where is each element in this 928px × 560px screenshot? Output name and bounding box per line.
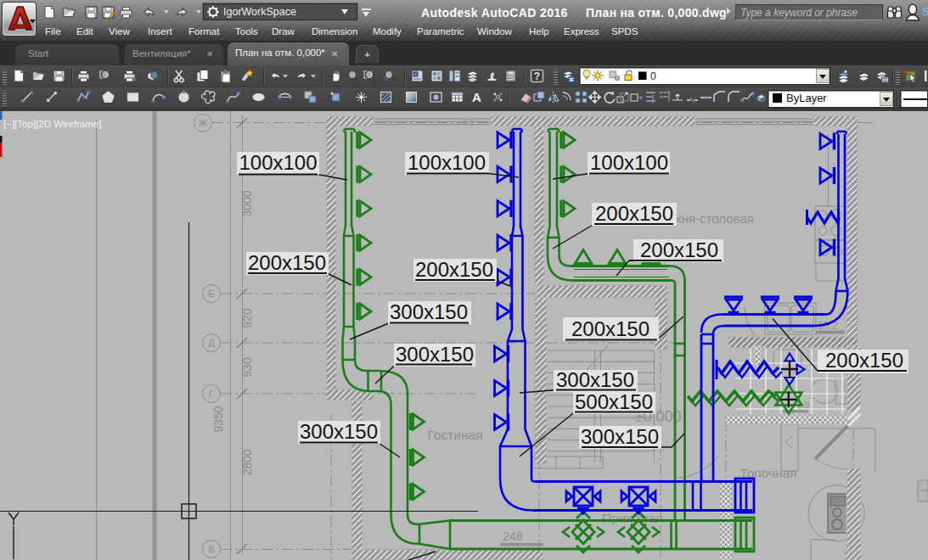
svg-text:В: В bbox=[208, 544, 214, 554]
svg-text:Е: Е bbox=[208, 288, 214, 299]
svg-text:930: 930 bbox=[240, 357, 254, 378]
svg-text:100x100: 100x100 bbox=[239, 151, 317, 174]
svg-text:248: 248 bbox=[503, 529, 523, 543]
svg-text:200x150: 200x150 bbox=[640, 238, 718, 261]
svg-text:300x150: 300x150 bbox=[396, 343, 474, 366]
svg-text:300x150: 300x150 bbox=[581, 425, 659, 448]
svg-text:Г: Г bbox=[209, 389, 214, 399]
svg-text:2800: 2800 bbox=[240, 449, 254, 475]
svg-text:100x100: 100x100 bbox=[408, 151, 486, 174]
svg-text:200x150: 200x150 bbox=[415, 258, 493, 281]
svg-text:300x150: 300x150 bbox=[300, 420, 378, 443]
svg-text:200x150: 200x150 bbox=[825, 349, 903, 372]
svg-text:Д: Д bbox=[208, 338, 215, 348]
svg-text:100x100: 100x100 bbox=[590, 151, 668, 174]
svg-text:A: A bbox=[472, 90, 481, 104]
svg-text:Гостиная: Гостиная bbox=[427, 428, 482, 442]
svg-text:920: 920 bbox=[240, 308, 254, 328]
svg-text:9350: 9350 bbox=[211, 406, 225, 432]
svg-text:200x150: 200x150 bbox=[571, 317, 650, 340]
svg-text:500x150: 500x150 bbox=[575, 390, 653, 413]
svg-text:[−][Top][2D Wireframe]: [−][Top][2D Wireframe] bbox=[3, 119, 101, 129]
svg-text:300x150: 300x150 bbox=[390, 300, 468, 323]
svg-text:0: 0 bbox=[650, 70, 656, 82]
svg-text:200x150: 200x150 bbox=[248, 251, 326, 274]
svg-text:3000: 3000 bbox=[240, 190, 254, 216]
svg-text:Ж: Ж bbox=[199, 118, 207, 128]
svg-text:200x150: 200x150 bbox=[595, 202, 673, 225]
svg-text:300x150: 300x150 bbox=[556, 368, 634, 391]
svg-text:?: ? bbox=[534, 70, 540, 82]
